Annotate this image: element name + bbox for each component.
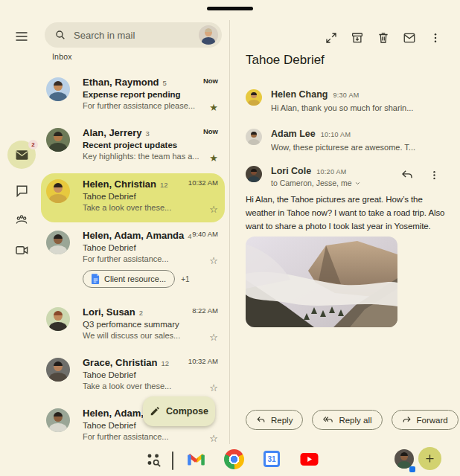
thread-title: Tahoe Debrief: [246, 53, 325, 68]
email-row[interactable]: Grace, Christian12 Tahoe Debrief Take a …: [41, 352, 225, 401]
message-collapsed[interactable]: Adam Lee10:10 AM Wow, these picturese ar…: [246, 129, 441, 152]
avatar: [46, 77, 70, 101]
attachment-chip[interactable]: Client resource...: [83, 270, 175, 288]
reply-icon: [400, 168, 414, 181]
avatar: [46, 358, 70, 382]
sidebar-item-mail[interactable]: 2: [7, 141, 36, 169]
search-input[interactable]: Search in mail: [45, 22, 222, 48]
forward-icon: [402, 415, 412, 425]
avatar: [46, 231, 70, 254]
message-time: 10:20 AM: [316, 168, 346, 176]
device-camera-bar: [207, 7, 253, 10]
more-options-button[interactable]: [429, 31, 442, 45]
search-icon: [54, 29, 66, 41]
recipients-row[interactable]: to Cameron, Jesse, me: [271, 178, 394, 187]
message-sender: Lori Cole: [271, 166, 311, 176]
gmail-tablet-app: 2 Search in mail Inbox Ethan, Raymond5 E…: [0, 0, 460, 476]
reply-button[interactable]: Reply: [246, 410, 303, 430]
reply-icon-button[interactable]: [400, 168, 414, 181]
star-icon[interactable]: ☆: [209, 332, 218, 342]
avatar-status-badge: [409, 466, 415, 472]
compose-button[interactable]: Compose: [143, 396, 215, 426]
menu-button[interactable]: [13, 28, 31, 45]
thread-toolbar: [325, 31, 442, 45]
attachment-chip-label: Client resource...: [104, 274, 166, 283]
youtube-app-icon[interactable]: [300, 453, 319, 469]
chevron-down-icon: [354, 180, 361, 187]
thread-count: 5: [163, 79, 167, 87]
sidebar-item-spaces[interactable]: [7, 206, 36, 234]
email-row[interactable]: Lori, Susan2 Q3 perfomance summary We wi…: [41, 301, 225, 350]
trash-icon: [377, 31, 390, 45]
chrome-app-icon[interactable]: [224, 449, 244, 469]
attachment-more-count: +1: [181, 275, 189, 283]
video-camera-icon: [15, 243, 29, 257]
message-collapsed[interactable]: Helen Chang9:30 AM Hi Alan, thank you so…: [246, 89, 441, 112]
email-time: 8:22 AM: [192, 306, 218, 315]
gmail-m-icon: [188, 454, 205, 466]
delete-button[interactable]: [377, 31, 390, 45]
taskbar-avatar[interactable]: [394, 449, 414, 472]
email-time: Now: [203, 77, 218, 85]
email-time: Now: [203, 127, 218, 135]
email-subject: Q3 perfomance summary: [83, 320, 188, 329]
email-snippet: Key highlights: the team has a...: [83, 152, 199, 161]
mark-unread-button[interactable]: [403, 31, 416, 45]
profile-avatar[interactable]: [199, 25, 218, 45]
attachment-image[interactable]: [246, 237, 397, 327]
inbox-section-label: Inbox: [52, 52, 72, 61]
message-snippet: Hi Alan, thank you so much for sharin...: [271, 103, 441, 112]
reply-all-label: Reply all: [339, 416, 371, 425]
reply-icon: [256, 415, 266, 425]
recipients-label: to Cameron, Jesse, me: [271, 178, 352, 187]
sidebar-item-meet[interactable]: [7, 236, 36, 264]
star-icon[interactable]: ☆: [209, 434, 218, 443]
star-icon[interactable]: ★: [209, 153, 218, 163]
calendar-app-icon[interactable]: 31: [263, 451, 280, 467]
thread-count: 2: [139, 309, 143, 317]
email-time: 10:32 AM: [188, 357, 218, 365]
avatar: [246, 89, 262, 106]
archive-icon: [351, 31, 364, 45]
forward-button[interactable]: Forward: [392, 410, 459, 430]
new-window-plus-button[interactable]: [418, 447, 441, 470]
star-icon[interactable]: ☆: [209, 256, 218, 266]
message-time: 9:30 AM: [333, 91, 359, 99]
hamburger-icon: [14, 29, 29, 44]
calendar-day: 31: [266, 453, 278, 465]
avatar: [46, 128, 70, 152]
archive-button[interactable]: [351, 31, 364, 45]
thread-count: 12: [160, 181, 168, 189]
email-time: 10:32 AM: [188, 178, 218, 187]
mail-icon: [15, 148, 29, 162]
unread-badge: 2: [28, 140, 38, 149]
email-snippet: For further assistance...: [83, 432, 205, 441]
app-grid-search-button[interactable]: [145, 451, 162, 471]
email-row-selected[interactable]: Helen, Christian12 Tahoe Debrief Take a …: [41, 173, 225, 222]
star-icon[interactable]: ★: [209, 103, 218, 112]
message-time: 10:10 AM: [321, 131, 351, 138]
compose-label: Compose: [166, 406, 208, 416]
avatar: [246, 129, 262, 145]
avatar: [246, 166, 262, 182]
star-icon[interactable]: ☆: [209, 383, 218, 393]
message-expanded-header[interactable]: Lori Cole10:20 AM to Cameron, Jesse, me: [246, 166, 394, 187]
docs-icon: [92, 274, 100, 284]
expand-button[interactable]: [325, 31, 338, 45]
pane-divider: [229, 20, 230, 444]
email-row[interactable]: Ethan, Raymond5 Expense report pending F…: [41, 71, 225, 120]
message-more-button[interactable]: [427, 168, 441, 181]
email-subject: Tahoe Debrief: [83, 192, 184, 201]
gmail-app-icon[interactable]: [188, 454, 205, 469]
avatar: [46, 408, 70, 432]
yosemite-photo: [246, 237, 397, 327]
star-icon[interactable]: ☆: [209, 205, 218, 214]
email-row[interactable]: Helen, Adam, Amanda4 Tahoe Debrief For f…: [41, 225, 225, 298]
email-row[interactable]: Alan, Jerrery3 Recent project updates Ke…: [41, 122, 225, 171]
more-vert-icon: [429, 32, 441, 44]
sidebar-item-chat[interactable]: [7, 176, 36, 205]
sender-names: Ethan, Raymond: [83, 77, 159, 88]
message-snippet: Wow, these picturese are awesome. T...: [271, 143, 441, 152]
thread-count: 3: [146, 129, 150, 138]
reply-all-button[interactable]: Reply all: [312, 410, 382, 430]
